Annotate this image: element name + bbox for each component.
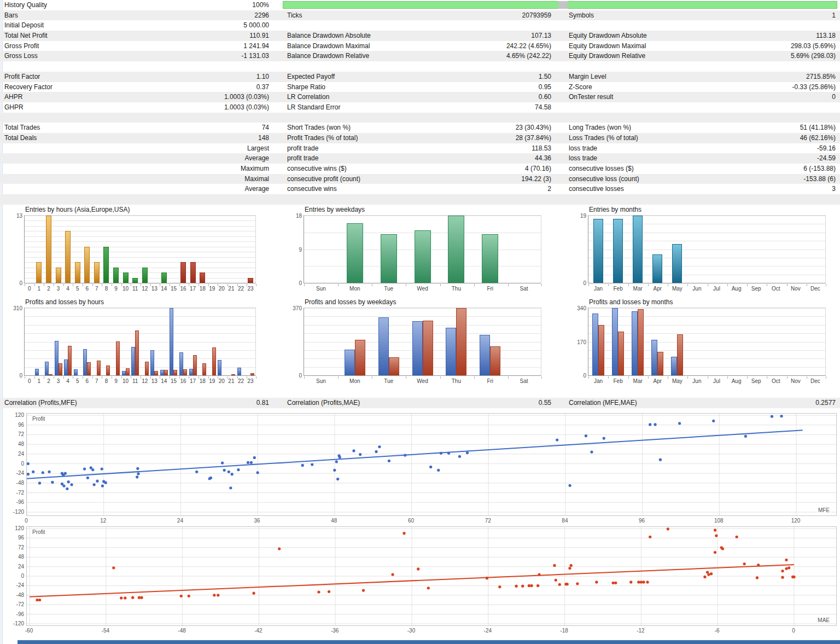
bar-slot xyxy=(372,308,406,375)
stats-cell xyxy=(564,194,840,205)
chart-title: Entries by hours (Asia,Europe,USA) xyxy=(25,206,130,213)
bar-slot xyxy=(54,216,63,283)
stat-value: 5.69% (298.03) xyxy=(791,51,840,61)
chart-title: Profits and losses by weekdays xyxy=(305,298,396,306)
x-axis-tick xyxy=(807,284,807,286)
bar-loss xyxy=(657,352,663,375)
x-axis-tick xyxy=(228,376,228,379)
bar-loss xyxy=(68,346,72,375)
stat-label: Ticks xyxy=(283,10,302,21)
y-axis-tick-label: -48 xyxy=(1,592,24,598)
x-axis-tick-label: Jun xyxy=(687,378,707,384)
stats-cell: LR Standard Error74.58 xyxy=(283,102,564,113)
x-axis-tick xyxy=(338,376,339,379)
y-axis-tick-label: 0 xyxy=(1,461,24,467)
x-axis-tick xyxy=(63,284,64,286)
x-axis-tick xyxy=(179,376,180,379)
x-axis-tick-label: 14 xyxy=(159,286,169,292)
stat-value: 4.65% (242.22) xyxy=(506,51,564,61)
bar-slot xyxy=(746,308,766,375)
x-axis-tick xyxy=(63,376,64,379)
stat-value: 118.53 xyxy=(532,143,564,154)
x-axis-tick-label: -36 xyxy=(331,628,339,634)
bar-profit xyxy=(131,347,135,375)
bar-loss xyxy=(250,373,254,375)
stats-row: Maximalconsecutive profit (count)194.22 … xyxy=(0,174,840,184)
bar-slot xyxy=(121,216,131,283)
bar-slot xyxy=(121,308,131,375)
bar-value xyxy=(415,230,431,283)
stat-label: AHPR xyxy=(0,92,22,102)
stat-label: consecutive loss (count) xyxy=(564,174,639,184)
bar-profit xyxy=(45,362,49,375)
bar-slot xyxy=(628,308,648,375)
stat-label: Equity Drawdown Absolute xyxy=(564,31,647,41)
plot-y-axis-title: Profit xyxy=(31,529,46,535)
bar-value xyxy=(103,247,109,283)
x-axis-tick-label: Mar xyxy=(628,378,648,384)
stat-label: Sharpe Ratio xyxy=(283,82,325,92)
chart-title: Profits and losses by months xyxy=(589,298,673,306)
x-axis-tick xyxy=(708,376,708,379)
stat-label: Bars xyxy=(0,10,18,21)
stats-cell xyxy=(564,20,840,31)
bar-slot xyxy=(226,308,236,375)
stat-value xyxy=(551,20,564,31)
x-axis-tick-label: Aug xyxy=(727,286,746,292)
stats-row: Recovery Factor0.37Sharpe Ratio0.95Z-Sco… xyxy=(0,82,840,92)
bar-slot xyxy=(197,216,207,283)
x-axis-tick-label: 2 xyxy=(44,286,54,292)
bar-profit xyxy=(480,335,490,375)
x-axis-tick-label: -48 xyxy=(178,628,185,634)
strategy-tester-report: History Quality100%Bars2296Ticks20793959… xyxy=(0,0,840,644)
bar-value xyxy=(46,216,51,283)
x-axis-tick-label: -12 xyxy=(637,628,644,634)
bar-slot xyxy=(217,216,227,283)
bar-profit xyxy=(446,328,456,375)
y-axis-tick-label: 48 xyxy=(1,441,24,447)
stat-label: Recovery Factor xyxy=(0,82,52,92)
x-axis-tick-label: 21 xyxy=(226,286,236,292)
bar-slot xyxy=(63,308,73,375)
x-axis-tick-label: 16 xyxy=(178,378,188,384)
bar-loss xyxy=(59,363,62,375)
stats-cell: Recovery Factor0.37 xyxy=(0,82,283,92)
bar-slot xyxy=(111,308,121,375)
x-axis-tick-label: Sat xyxy=(507,286,541,292)
stats-cell: consecutive wins ($)4 (70.16) xyxy=(283,164,564,174)
x-axis-tick-label: -60 xyxy=(25,628,33,634)
x-axis-tick-label: 0 xyxy=(792,628,795,634)
x-axis-tick xyxy=(440,284,441,286)
bar-slot xyxy=(63,216,73,283)
x-axis-tick-label: Nov xyxy=(786,286,806,292)
stats-cell: LR Correlation0.60 xyxy=(283,92,564,102)
bottom-scrollbar[interactable] xyxy=(18,640,840,644)
bar-loss xyxy=(97,361,101,375)
stat-value xyxy=(551,113,564,123)
x-axis-tick-label: 1 xyxy=(34,286,44,292)
x-axis-tick-label: Apr xyxy=(648,378,667,384)
bar-slot xyxy=(140,308,150,375)
x-axis-labels: SunMonTueWedThuFriSat xyxy=(304,378,541,384)
x-axis-tick-label: 96 xyxy=(639,518,645,524)
correlation-label: Correlation (MFE,MAE) xyxy=(564,398,637,408)
stat-label: Long Trades (won %) xyxy=(564,123,631,133)
scatter-plot-area: ProfitMFE xyxy=(26,413,837,516)
stat-label: OnTester result xyxy=(564,92,613,102)
x-axis-tick-label: 18 xyxy=(197,378,207,384)
x-axis-tick-label: 6 xyxy=(82,286,92,292)
x-axis-tick-label: 23 xyxy=(246,286,255,292)
x-axis-tick xyxy=(83,284,83,286)
x-axis-tick xyxy=(25,376,25,379)
bar-slot xyxy=(34,216,44,283)
bar-slot xyxy=(648,216,667,283)
stats-row: History Quality100% xyxy=(0,0,840,10)
bar-slot xyxy=(102,216,112,283)
x-axis-tick-label: May xyxy=(667,286,687,292)
entries-by-months-plot: 190JanFebMarAprMayJunJulAugSepOctNovDec xyxy=(588,215,826,283)
stat-label xyxy=(564,113,569,123)
x-axis-tick xyxy=(150,376,151,379)
correlation-row: Correlation (Profits,MFE) 0.81 Correlati… xyxy=(0,398,840,408)
x-axis-tick-label: 2 xyxy=(44,378,54,384)
bar-slot xyxy=(806,216,825,283)
